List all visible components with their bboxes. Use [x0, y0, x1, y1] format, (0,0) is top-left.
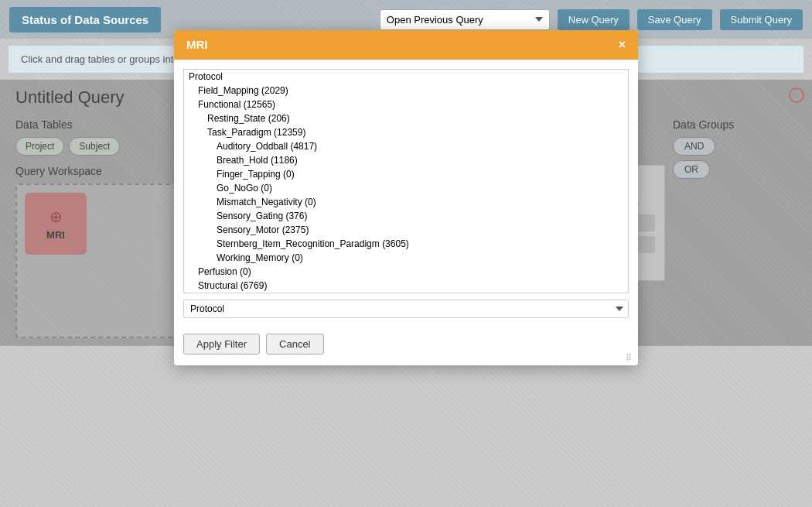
list-item[interactable]: Mismatch_Negativity (0) [184, 195, 628, 209]
modal-overlay: MRI × ProtocolField_Mapping (2029)Functi… [0, 80, 812, 346]
cancel-button[interactable]: Cancel [266, 334, 323, 355]
list-item[interactable]: Sensory_Gating (376) [184, 209, 628, 223]
list-item[interactable]: Diffusion (711) [184, 293, 628, 293]
modal-footer: Apply Filter Cancel [174, 327, 638, 365]
open-previous-query-dropdown[interactable]: Open Previous Query [380, 9, 550, 30]
save-query-button[interactable]: Save Query [637, 9, 712, 30]
new-query-button[interactable]: New Query [558, 9, 629, 30]
list-item[interactable]: Finger_Tapping (0) [184, 167, 628, 181]
list-item[interactable]: Task_Paradigm (12359) [184, 125, 628, 139]
modal-title: MRI [186, 38, 208, 51]
list-item[interactable]: Sensory_Motor (2375) [184, 223, 628, 237]
app-title: Status of Data Sources [9, 7, 161, 33]
query-dropdown-wrap: Open Previous Query [380, 9, 550, 30]
resize-handle[interactable]: ⠿ [626, 353, 635, 362]
list-item[interactable]: Protocol [184, 70, 628, 84]
modal-left-panel: ProtocolField_Mapping (2029)Functional (… [183, 69, 629, 318]
protocol-list[interactable]: ProtocolField_Mapping (2029)Functional (… [183, 69, 629, 293]
list-item[interactable]: Field_Mapping (2029) [184, 84, 628, 98]
list-item[interactable]: Resting_State (206) [184, 111, 628, 125]
list-item[interactable]: Auditory_Oddball (4817) [184, 139, 628, 153]
list-item[interactable]: Breath_Hold (1186) [184, 153, 628, 167]
list-item[interactable]: Sternberg_Item_Recognition_Paradigm (360… [184, 237, 628, 251]
list-item[interactable]: Functional (12565) [184, 98, 628, 111]
list-item[interactable]: Structural (6769) [184, 279, 628, 293]
modal-header: MRI × [174, 30, 638, 60]
modal-body: ProtocolField_Mapping (2029)Functional (… [174, 60, 638, 327]
main-content: Untitled Query Data Tables Project Subje… [0, 80, 812, 346]
list-item[interactable]: Working_Memory (0) [184, 251, 628, 265]
list-item[interactable]: Perfusion (0) [184, 265, 628, 279]
apply-filter-button[interactable]: Apply Filter [183, 334, 260, 355]
modal-close-button[interactable]: × [619, 38, 626, 52]
submit-query-button[interactable]: Submit Query [720, 9, 803, 30]
filter-dropdown[interactable]: Protocol Field_Mapping Functional Struct… [183, 300, 629, 318]
modal-dropdown-row: Protocol Field_Mapping Functional Struct… [183, 300, 629, 318]
mri-modal: MRI × ProtocolField_Mapping (2029)Functi… [174, 30, 638, 365]
list-item[interactable]: Go_NoGo (0) [184, 181, 628, 195]
